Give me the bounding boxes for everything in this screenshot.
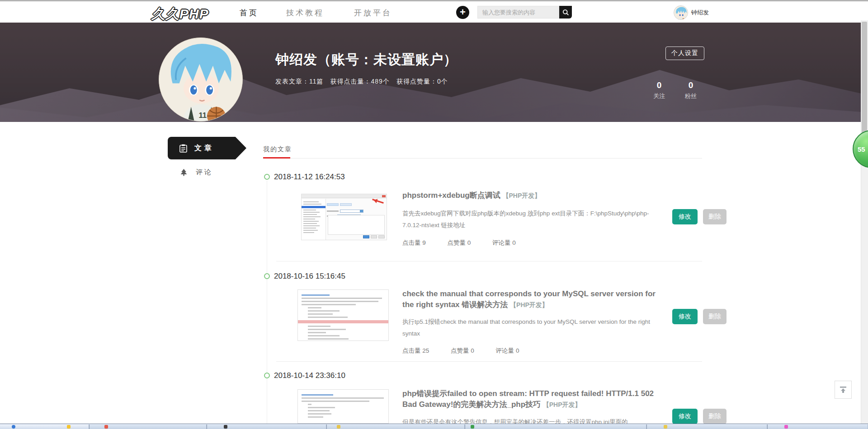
article-title[interactable]: phpstorm+xdebug断点调试 【PHP开发】 xyxy=(402,190,662,201)
delete-button[interactable]: 删除 xyxy=(703,409,726,424)
article-description: 执行tp5.1报错check the manual that correspon… xyxy=(402,316,659,340)
taskbar-window-button[interactable] xyxy=(465,424,646,429)
taskbar-window-button[interactable] xyxy=(767,424,868,429)
floating-service-badge[interactable]: 55 xyxy=(853,130,868,168)
sidebar-tab-articles[interactable]: 文章 xyxy=(168,137,246,159)
profile-name: 钟绍发（账号：未设置账户） xyxy=(275,51,458,69)
back-to-top-button[interactable] xyxy=(835,381,852,399)
article-divider xyxy=(276,361,702,362)
nav-item-tutorials[interactable]: 技术教程 xyxy=(286,8,324,18)
user-avatar-small xyxy=(674,5,688,20)
section-divider xyxy=(263,158,702,159)
sidebar-tab-comments-label: 评论 xyxy=(196,168,213,177)
search-input[interactable] xyxy=(477,6,559,19)
follow-count: 0 xyxy=(646,80,673,90)
edit-button[interactable]: 修改 xyxy=(672,209,698,224)
article-title[interactable]: php错误提示failed to open stream: HTTP reque… xyxy=(402,388,662,410)
taskbar-app-icon xyxy=(67,425,71,429)
arrow-up-bar-icon xyxy=(839,386,847,394)
search-bar xyxy=(477,6,572,19)
section-divider-accent xyxy=(263,157,290,159)
fans-label: 粉丝 xyxy=(677,92,704,100)
article-description: 首先去xdebug官网下载对应php版本的xdebug 放到php ext目录下… xyxy=(402,208,659,231)
article-stats: 点击量 25 点赞量 0 评论量 0 xyxy=(402,347,539,355)
page: 久久PHP 首页 技术教程 开放平台 + xyxy=(0,0,868,429)
search-icon xyxy=(562,9,569,16)
site-logo[interactable]: 久久PHP xyxy=(151,5,209,23)
nav-item-home[interactable]: 首页 xyxy=(240,8,259,18)
article-thumbnail[interactable] xyxy=(301,194,387,240)
profile-stats-line: 发表文章：11篇 获得点击量：489个 获得点赞量：0个 xyxy=(275,78,448,86)
taskbar-app-icon xyxy=(337,425,340,429)
profile-banner xyxy=(0,23,868,122)
clipboard-icon xyxy=(179,144,187,153)
taskbar-start-icon xyxy=(12,425,15,429)
add-post-button[interactable]: + xyxy=(456,6,469,19)
timeline-line xyxy=(267,181,267,424)
search-button[interactable] xyxy=(559,6,572,19)
delete-button[interactable]: 删除 xyxy=(703,209,726,224)
os-taskbar xyxy=(0,424,868,429)
site-header: 久久PHP 首页 技术教程 开放平台 + xyxy=(0,1,868,23)
article-actions: 修改 删除 xyxy=(672,309,726,324)
article-category-tag: 【PHP开发】 xyxy=(543,401,581,408)
article-date: 2018-10-16 15:16:45 xyxy=(274,272,345,281)
article-thumbnail[interactable] xyxy=(297,389,389,424)
taskbar-app-icon xyxy=(471,425,474,429)
article-divider xyxy=(276,261,702,261)
personal-settings-button[interactable]: 个人设置 xyxy=(665,47,704,60)
article-date: 2018-10-14 23:36:10 xyxy=(274,371,345,380)
taskbar-window-button[interactable] xyxy=(326,424,465,429)
follow-label: 关注 xyxy=(646,92,673,100)
profile-avatar[interactable]: 11 xyxy=(159,37,243,121)
avatar-image xyxy=(674,6,688,20)
avatar-image-large: 11 xyxy=(159,38,243,121)
plus-icon: + xyxy=(460,6,466,18)
article-title[interactable]: check the manual that corresponds to you… xyxy=(402,289,662,310)
badge-count: 55 xyxy=(858,145,865,153)
taskbar-app-icon xyxy=(104,425,108,429)
svg-text:11: 11 xyxy=(198,111,207,120)
timeline-dot xyxy=(264,273,270,279)
article-date: 2018-11-12 16:24:53 xyxy=(274,173,345,182)
article-category-tag: 【PHP开发】 xyxy=(510,301,548,308)
article-thumbnail[interactable] xyxy=(297,289,389,341)
delete-button[interactable]: 删除 xyxy=(703,309,726,324)
sidebar-tab-comments[interactable]: 评论 xyxy=(180,168,213,177)
nav-item-open-platform[interactable]: 开放平台 xyxy=(354,8,392,18)
section-title: 我的文章 xyxy=(263,145,292,154)
article-stats: 点击量 9 点赞量 0 评论量 0 xyxy=(402,239,536,247)
timeline-dot xyxy=(264,373,270,378)
banner-overlay xyxy=(0,23,868,122)
header-username: 钟绍发 xyxy=(691,9,709,17)
timeline-dot xyxy=(264,174,270,180)
header-user[interactable]: 钟绍发 xyxy=(674,5,709,20)
fans-count-box[interactable]: 0 粉丝 xyxy=(677,80,704,100)
taskbar-app-icon xyxy=(784,425,788,429)
taskbar-app-icon xyxy=(664,425,667,429)
sidebar-tab-articles-label: 文章 xyxy=(194,144,214,153)
article-actions: 修改 删除 xyxy=(672,409,726,424)
tree-icon xyxy=(180,168,188,176)
taskbar-app-icon xyxy=(224,425,227,429)
edit-button[interactable]: 修改 xyxy=(672,409,698,424)
article-category-tag: 【PHP开发】 xyxy=(503,192,541,199)
article-actions: 修改 删除 xyxy=(672,209,726,224)
follow-count-box[interactable]: 0 关注 xyxy=(646,80,673,100)
fans-count: 0 xyxy=(677,80,704,90)
edit-button[interactable]: 修改 xyxy=(672,309,698,324)
